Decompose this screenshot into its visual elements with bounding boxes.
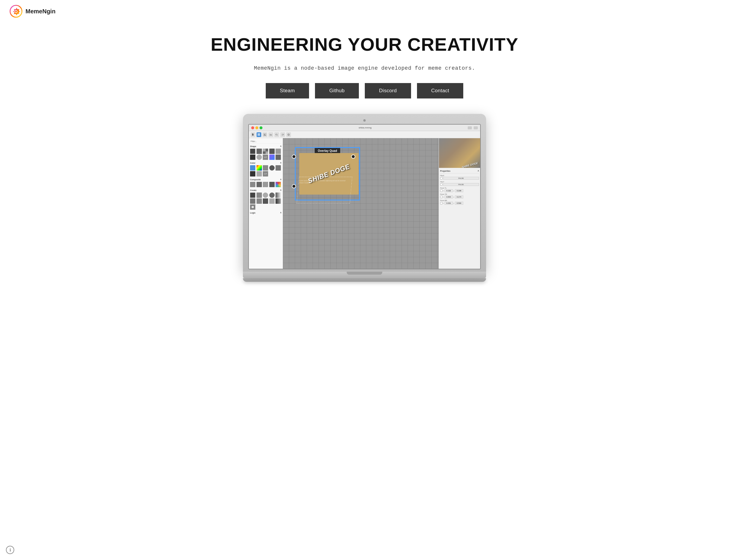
color-collapse-icon[interactable]: ∧ bbox=[280, 162, 281, 164]
shape-item-7[interactable] bbox=[257, 155, 262, 160]
create-item-5[interactable] bbox=[276, 193, 281, 198]
shape-item-8[interactable]: LUT bbox=[263, 155, 268, 160]
point-tl-x[interactable]: 0.132 bbox=[445, 189, 453, 192]
memengin-logo-icon bbox=[9, 5, 23, 18]
composite-item-1[interactable] bbox=[250, 182, 255, 187]
create-item-4[interactable] bbox=[269, 193, 275, 198]
titlebar-grid-icon bbox=[474, 126, 478, 129]
create-item-1[interactable] bbox=[250, 193, 255, 198]
create-section-header: Create ∧ bbox=[250, 188, 281, 192]
composite-item-2[interactable] bbox=[257, 182, 262, 187]
composite-section: Composite ∧ bbox=[250, 178, 281, 187]
point-tl-checkbox[interactable] bbox=[440, 190, 443, 192]
composite-item-3[interactable] bbox=[263, 182, 268, 187]
color-item-5[interactable] bbox=[276, 165, 281, 171]
color-item-2[interactable] bbox=[257, 165, 262, 171]
color-item-4[interactable] bbox=[269, 165, 275, 171]
svg-rect-4 bbox=[253, 133, 254, 134]
composite-item-5[interactable] bbox=[276, 182, 281, 187]
svg-point-2 bbox=[15, 11, 17, 12]
shape-item-1[interactable] bbox=[250, 149, 255, 154]
point-tl-x-label: x bbox=[443, 190, 444, 192]
steam-button[interactable]: Steam bbox=[266, 83, 309, 98]
properties-title: Properties bbox=[440, 170, 451, 172]
point-br-x-label: x bbox=[443, 202, 444, 204]
toolbar-redo-btn[interactable] bbox=[280, 132, 285, 137]
create-item-6[interactable] bbox=[250, 198, 255, 204]
point-tr-x[interactable]: 0.554 bbox=[445, 195, 453, 198]
composite-section-header: Composite ∧ bbox=[250, 178, 281, 181]
color-section-header: Color ∧ bbox=[250, 161, 281, 165]
flipx-row: FlipX FALSE bbox=[440, 175, 479, 180]
logic-collapse-icon[interactable]: ∧ bbox=[280, 211, 281, 214]
shape-section-header: Shape ∧ bbox=[250, 144, 281, 148]
flipy-checkbox[interactable] bbox=[440, 183, 443, 186]
create-grid bbox=[250, 193, 281, 210]
properties-collapse-icon[interactable]: ∧ bbox=[477, 170, 479, 172]
point-br-x[interactable]: 0.231 bbox=[445, 202, 453, 205]
color-item-8[interactable]: LUT bbox=[263, 171, 268, 176]
shape-item-9[interactable] bbox=[269, 155, 275, 160]
app-toolbar bbox=[249, 131, 480, 138]
point-br-checkbox[interactable] bbox=[440, 202, 443, 204]
point-tl-row: Point TL x 0.132 y 0.108 bbox=[440, 187, 479, 192]
composite-collapse-icon[interactable]: ∧ bbox=[280, 178, 281, 181]
create-collapse-icon[interactable]: ∧ bbox=[280, 189, 281, 191]
toolbar-image-btn[interactable] bbox=[262, 132, 267, 137]
create-item-10[interactable] bbox=[276, 198, 281, 204]
flipy-row: FlipY FALSE bbox=[440, 181, 479, 186]
github-button[interactable]: Github bbox=[315, 83, 359, 98]
toolbar-undo-btn[interactable] bbox=[274, 132, 279, 137]
hero-title: ENGINEERING YOUR CREATIVITY bbox=[211, 34, 518, 55]
laptop-mockup: shiba.mmng bbox=[0, 114, 729, 282]
shape-grid: LUT bbox=[250, 149, 281, 160]
shape-item-5[interactable] bbox=[276, 149, 281, 154]
point-tr-x-label: x bbox=[443, 196, 444, 198]
shape-item-6[interactable] bbox=[250, 155, 255, 160]
point-tr-y[interactable]: 0.174 bbox=[455, 195, 463, 198]
toolbar-grid-btn[interactable] bbox=[257, 132, 261, 137]
point-br-y[interactable]: 0.530 bbox=[455, 202, 463, 205]
discord-button[interactable]: Discord bbox=[365, 83, 411, 98]
composite-item-4[interactable] bbox=[269, 182, 275, 187]
color-section: Color ∧ bbox=[250, 161, 281, 176]
create-item-9[interactable] bbox=[269, 198, 275, 204]
color-item-7[interactable] bbox=[257, 171, 262, 176]
toolbar-transform-btn[interactable] bbox=[286, 132, 291, 137]
color-item-6[interactable] bbox=[250, 171, 255, 176]
color-item-3[interactable] bbox=[263, 165, 268, 171]
point-tr-y-label: y bbox=[453, 196, 454, 198]
flipx-field: FALSE bbox=[440, 177, 479, 180]
color-item-1[interactable] bbox=[250, 165, 255, 171]
info-icon[interactable]: ℹ bbox=[6, 546, 14, 554]
shape-item-2[interactable] bbox=[257, 149, 262, 154]
cta-buttons: Steam Github Discord Contact bbox=[266, 83, 464, 98]
shape-item-4[interactable] bbox=[269, 149, 275, 154]
create-item-3[interactable] bbox=[263, 193, 268, 198]
point-tl-y[interactable]: 0.108 bbox=[455, 189, 463, 192]
point-br-row: Point BR x 0.231 y 0.530 bbox=[440, 200, 479, 205]
shape-item-10[interactable] bbox=[276, 155, 281, 160]
point-tr-checkbox[interactable] bbox=[440, 196, 443, 198]
canvas-area[interactable]: Overlay Quad SHIBE DOGE bbox=[283, 138, 439, 269]
logo-wrapper[interactable]: MemeNgin bbox=[9, 5, 55, 18]
laptop-stand bbox=[243, 278, 486, 282]
color-grid: LUT bbox=[250, 165, 281, 176]
create-item-11[interactable] bbox=[250, 204, 255, 210]
create-section: Create ∧ bbox=[250, 188, 281, 210]
toolbar-folder-btn[interactable] bbox=[268, 132, 273, 137]
flipx-checkbox[interactable] bbox=[440, 177, 443, 179]
skew-text: Lorem ipsum dolor sit amet consectetur a… bbox=[299, 180, 347, 184]
laptop-camera bbox=[363, 119, 366, 122]
shape-collapse-icon[interactable]: ∧ bbox=[280, 145, 281, 147]
point-br-coords: x 0.231 y 0.530 bbox=[440, 202, 479, 205]
hero-subtitle: MemeNgin is a node-based image engine de… bbox=[254, 65, 475, 71]
create-item-2[interactable] bbox=[257, 193, 262, 198]
svg-rect-5 bbox=[258, 133, 259, 134]
create-item-7[interactable] bbox=[257, 198, 262, 204]
shape-item-3[interactable] bbox=[263, 149, 268, 154]
header: MemeNgin bbox=[0, 0, 729, 23]
toolbar-file-btn[interactable] bbox=[251, 132, 255, 137]
contact-button[interactable]: Contact bbox=[417, 83, 464, 98]
create-item-8[interactable] bbox=[263, 198, 268, 204]
